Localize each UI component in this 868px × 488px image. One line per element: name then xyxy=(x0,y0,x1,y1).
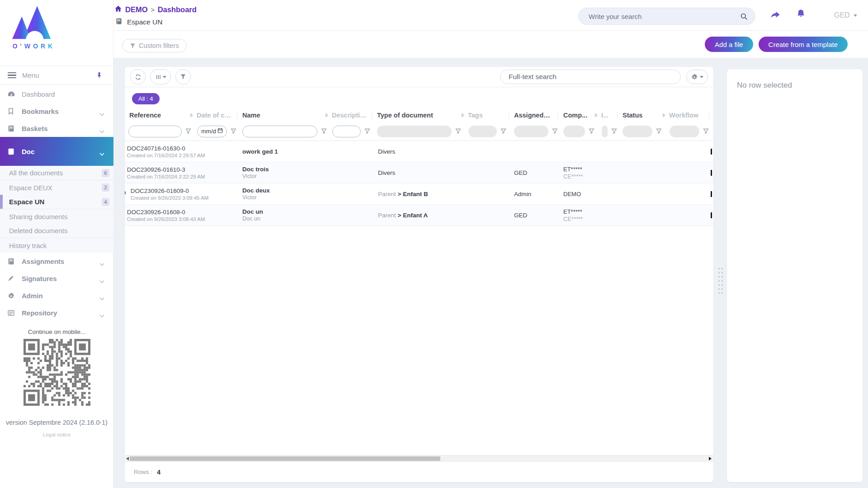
sidebar-item-bookmarks[interactable]: Bookmarks xyxy=(0,103,113,120)
type-label: > Enfant B xyxy=(398,191,428,197)
column-header-tags[interactable]: Tags xyxy=(461,108,509,122)
scroll-right-arrow-icon[interactable] xyxy=(709,457,712,460)
company-primary: ET***** xyxy=(563,166,594,173)
funnel-filter-icon[interactable] xyxy=(455,128,461,134)
scrollbar-thumb[interactable] xyxy=(130,456,440,461)
pin-sidebar-icon[interactable] xyxy=(96,72,103,80)
chevron-down-icon xyxy=(700,76,703,78)
document-name: Doc deux xyxy=(242,187,325,194)
sort-arrow-icon[interactable] xyxy=(594,113,598,117)
rows-count-label: Rows : xyxy=(134,469,152,475)
legal-notice-link[interactable]: Legal notice xyxy=(0,432,113,437)
column-header-status[interactable]: Status xyxy=(617,108,662,122)
sort-arrow-icon[interactable] xyxy=(325,113,329,117)
sidebar-subitem-espace-un[interactable]: Espace UN4 xyxy=(0,195,113,209)
table-row[interactable]: DOC230926-01610-3Created on 7/16/2024 2:… xyxy=(125,162,713,183)
sidebar: O'WORK Menu DashboardBookmarksBasketsDoc… xyxy=(0,0,113,488)
funnel-filter-icon[interactable] xyxy=(552,128,558,134)
document-name: owork ged 1 xyxy=(242,148,325,155)
sort-arrow-icon[interactable] xyxy=(190,113,193,117)
sidebar-item-label: Bookmarks xyxy=(22,108,59,115)
hamburger-menu-icon[interactable] xyxy=(8,71,16,80)
search-icon[interactable] xyxy=(740,13,748,20)
filter-input[interactable] xyxy=(128,126,182,137)
sidebar-item-label: Baskets xyxy=(22,125,48,132)
doc-submenu: All the documents6Espace DEUX2Espace UN4… xyxy=(0,166,113,253)
column-header-type-of-document[interactable]: Type of document xyxy=(372,108,461,122)
home-icon[interactable] xyxy=(114,5,122,14)
funnel-filter-icon[interactable] xyxy=(656,128,662,134)
panel-resize-handle[interactable] xyxy=(717,266,723,294)
sidebar-item-admin[interactable]: Admin xyxy=(0,287,113,304)
sidebar-item-assignments[interactable]: Assignments xyxy=(0,253,113,270)
table-toolbar xyxy=(125,67,713,87)
add-file-button[interactable]: Add a file xyxy=(705,37,753,52)
all-count-chip[interactable]: All : 4 xyxy=(132,93,160,104)
sidebar-item-dashboard[interactable]: Dashboard xyxy=(0,85,113,103)
document-type: Divers xyxy=(378,169,461,177)
columns-button[interactable] xyxy=(150,69,171,84)
sidebar-subitem-sharing-documents[interactable]: Sharing documents xyxy=(0,209,113,224)
count-badge: 2 xyxy=(102,183,109,192)
funnel-filter-icon[interactable] xyxy=(231,128,236,134)
column-header-i-[interactable]: I... xyxy=(594,108,617,122)
global-search-input[interactable] xyxy=(589,13,740,20)
table-row[interactable]: DOC230926-01608-0Created on 9/26/2023 3:… xyxy=(125,205,713,226)
cell xyxy=(325,162,372,183)
filter-input[interactable] xyxy=(332,126,361,137)
filter-cell xyxy=(461,126,509,137)
sidebar-item-doc[interactable]: Doc xyxy=(0,137,113,166)
gear-icon xyxy=(7,292,17,300)
funnel-filter-icon[interactable] xyxy=(500,128,506,134)
filter-cell: mm/d xyxy=(190,126,237,137)
column-header-date-of-cr-[interactable]: Date of cr... xyxy=(190,108,237,122)
column-header-description[interactable]: Description xyxy=(325,108,372,122)
scroll-left-arrow-icon[interactable] xyxy=(126,457,129,460)
funnel-filter-icon[interactable] xyxy=(703,128,709,134)
table-row[interactable]: wDOC230926-01609-0Created on 9/26/2023 3… xyxy=(125,183,713,205)
funnel-filter-icon[interactable] xyxy=(589,128,594,134)
column-header-y[interactable]: Y xyxy=(709,108,713,122)
type-label: Divers xyxy=(378,169,395,176)
sidebar-subitem-all-the-documents[interactable]: All the documents6 xyxy=(0,166,113,180)
breadcrumb-current[interactable]: Dashboard xyxy=(158,5,197,14)
column-header-comp-[interactable]: Comp... xyxy=(558,108,594,122)
sidebar-item-repository[interactable]: Repository xyxy=(0,304,113,321)
cell: DOC230926-01608-0Created on 9/26/2023 3:… xyxy=(125,205,190,225)
sidebar-subitem-espace-deux[interactable]: Espace DEUX2 xyxy=(0,180,113,195)
column-header-reference[interactable]: Reference xyxy=(125,108,190,122)
sort-arrow-icon[interactable] xyxy=(461,113,465,117)
sidebar-subitem-deleted-documents[interactable]: Deleted documents xyxy=(0,224,113,238)
column-header-name[interactable]: Name xyxy=(237,108,325,122)
column-header-assigned-t-[interactable]: Assigned t... xyxy=(509,108,558,122)
filter-date-input[interactable]: mm/d xyxy=(197,126,227,137)
column-header-workflow[interactable]: Workflow xyxy=(662,108,709,122)
bookmark-icon xyxy=(7,108,17,115)
column-divider xyxy=(558,112,558,119)
filter-disabled xyxy=(602,126,608,137)
sidebar-subitem-history-track[interactable]: History track xyxy=(0,238,113,253)
filter-button[interactable] xyxy=(175,69,191,84)
sidebar-item-baskets[interactable]: Baskets xyxy=(0,120,113,137)
breadcrumb-root[interactable]: DEMO xyxy=(125,5,148,14)
sidebar-item-signatures[interactable]: Signatures xyxy=(0,270,113,287)
table-row[interactable]: DOC240716-01630-0Created on 7/16/2024 2:… xyxy=(125,141,713,162)
page-subtitle: Espace UN xyxy=(127,18,162,26)
column-label: Reference xyxy=(129,112,161,119)
create-from-template-button[interactable]: Create from a template xyxy=(759,37,848,52)
share-icon[interactable] xyxy=(770,9,781,20)
fulltext-search-input[interactable] xyxy=(509,73,680,81)
funnel-filter-icon[interactable] xyxy=(611,128,617,134)
refresh-button[interactable] xyxy=(130,69,146,84)
calendar-icon[interactable] xyxy=(217,128,223,135)
user-menu[interactable]: GED xyxy=(834,11,857,19)
sort-arrow-icon[interactable] xyxy=(662,113,666,117)
horizontal-scrollbar[interactable] xyxy=(125,455,713,461)
notifications-bell-icon[interactable] xyxy=(796,9,806,19)
custom-filters-button[interactable]: Custom filters xyxy=(122,39,187,52)
filter-input[interactable] xyxy=(242,126,317,137)
column-divider xyxy=(237,112,237,119)
continue-mobile-text: Continue on mobile... xyxy=(0,328,113,335)
funnel-filter-icon[interactable] xyxy=(364,128,370,134)
table-settings-button[interactable] xyxy=(686,70,708,84)
